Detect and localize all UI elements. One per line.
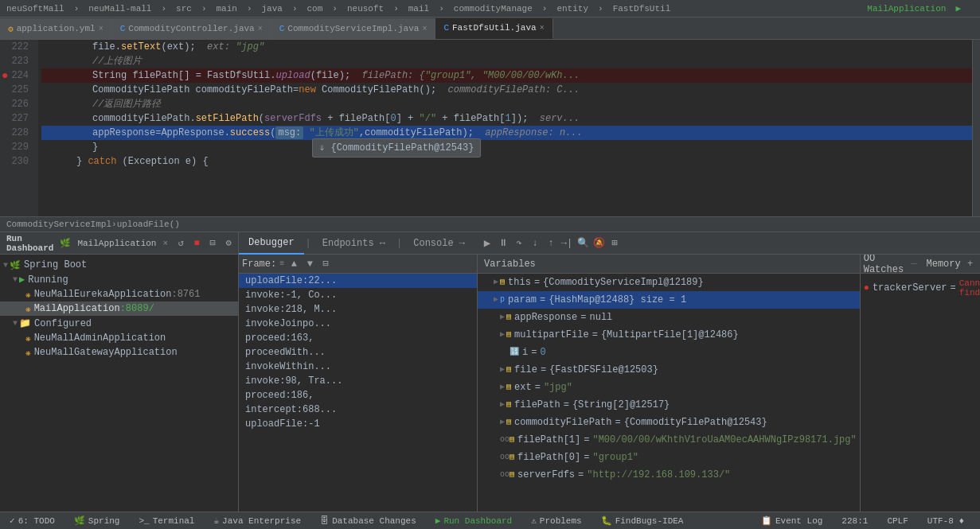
icon-this: ▤ [500,275,505,290]
spring-boot-icon: 🌿 [60,238,71,248]
var-commodityFilePath[interactable]: ▶ ▤ commodityFilePath = {CommodityFilePa… [478,414,860,431]
var-i[interactable]: 🔢 i = 0 [478,344,860,361]
status-spring[interactable]: 🌿 Spring [71,515,123,526]
watch-row-tracker[interactable]: ● trackerServer = Cannot find... View [864,277,980,299]
restore-icon[interactable]: ⊞ [608,237,621,250]
frame-down-btn[interactable]: ▼ [303,258,316,270]
todo-icon: ✓ [10,515,15,526]
icon-filePath: ▤ [506,398,511,412]
var-filepath1[interactable]: oo ▤ filePath[1] = "M00/00/00/wKhthV1roU… [478,431,860,449]
frame-filter-btn[interactable]: ⊟ [319,258,332,270]
mute-icon[interactable]: 🔕 [592,237,605,250]
run-config-label: MailApplication [867,4,946,14]
tab-label-cc: CommodityController.java [128,24,254,33]
step-out-icon[interactable]: ↑ [545,237,557,250]
settings-btn[interactable]: ⚙ [222,237,235,250]
frame-settings-icon[interactable]: ≡ [279,259,284,268]
var-multipartFile[interactable]: ▶ ▤ multipartFile = {MultipartFile[1]@12… [478,326,860,344]
stop-btn[interactable]: ■ [190,237,203,250]
close-icon[interactable]: × [162,239,168,248]
tab-commodity-service-impl[interactable]: C CommodityServiceImpl.java × [271,18,436,39]
tree-running[interactable]: ▼ ▶ Running [0,272,238,287]
line-num-227: 227 [0,111,32,126]
frame-row-1[interactable]: invoke:-1, Co... [239,288,477,302]
filter-btn[interactable]: ⊟ [206,237,219,250]
evaluate-icon[interactable]: 🔍 [576,237,589,250]
frame-row-10[interactable]: uploadFile:-1 [239,417,477,431]
frame-row-3[interactable]: invokeJoinpo... [239,317,477,331]
run-to-cursor-icon[interactable]: →| [560,237,573,250]
frame-row-7[interactable]: invoke:98, Tra... [239,374,477,388]
arrow-commodityFilePath: ▶ [500,415,505,430]
step-over-icon[interactable]: ↷ [513,237,525,250]
var-name-commodityFilePath: commodityFilePath [514,415,611,430]
status-charset: UTF-8 ♦ [924,516,967,526]
code-scrollbar[interactable] [972,40,980,216]
status-terminal[interactable]: >_ Terminal [135,516,197,526]
tab-commodity-controller[interactable]: C CommodityController.java × [112,18,271,39]
var-this[interactable]: ▶ ▤ this = {CommodityServiceImpl@12189} [478,274,860,291]
tab-console[interactable]: Console → [404,232,474,255]
bc-sep9: › [542,4,548,14]
var-name-param: param [508,293,537,307]
arrow-this: ▶ [494,275,498,290]
status-todo[interactable]: ✓ 6: TODO [6,515,58,526]
run-btn[interactable]: ▶ [955,3,961,14]
status-problems[interactable]: ⚠ Problems [528,515,584,526]
frame-row-4[interactable]: proceed:163, [239,331,477,345]
var-ext[interactable]: ▶ ▤ ext = "jpg" [478,379,860,396]
var-param[interactable]: ▶ p param = {HashMap@12488} size = 1 [478,291,860,309]
frame-up-btn[interactable]: ▲ [287,258,300,270]
running-icon: ▶ [19,274,25,286]
bc-java: java [262,4,283,14]
tree-gateway-app[interactable]: ❋ NeuMallGatewayApplication [0,345,238,360]
rerun-btn[interactable]: ↺ [174,237,187,250]
var-name-file: file [514,363,537,377]
var-serverFdfs[interactable]: oo ▤ serverFdfs = "http://192.168.109.13… [478,466,860,484]
tree-eureka-app[interactable]: ❋ NeuMallEurekaApplication :8761 [0,287,238,301]
status-event-log[interactable]: 📋 Event Log [758,515,826,526]
tree-spring-boot[interactable]: ▼ 🌿 Spring Boot [0,258,238,272]
bc-mail: mail [408,4,429,14]
line-num-224: ●224 [0,68,32,83]
tab-endpoints[interactable]: Endpoints ↔ [313,232,395,255]
line-num-226: 226 [0,97,32,111]
bc-module[interactable]: neuMall-mall [88,4,151,14]
tree-admin-app[interactable]: ❋ NeuMallAdminApplication [0,331,238,345]
frame-row-9[interactable]: intercept:688... [239,403,477,417]
tab-close-application-yml[interactable]: × [99,25,103,33]
tab-close-cc[interactable]: × [258,25,263,33]
frame-row-8[interactable]: proceed:186, [239,388,477,403]
tab-fast-dfs-util[interactable]: C FastDfsUtil.java × [435,18,552,39]
status-java-enterprise[interactable]: ☕ Java Enterprise [210,515,304,526]
status-db-changes[interactable]: 🗄 Database Changes [317,515,420,526]
tab-close-fdu[interactable]: × [540,24,545,33]
watch-error-icon: ● [864,282,869,294]
tab-debugger[interactable]: Debugger [239,232,304,255]
bc-sep5: › [292,4,298,14]
tab-application-yml[interactable]: ⚙ application.yml × [0,18,112,39]
arrow-ext: ▶ [500,380,505,395]
var-filePath[interactable]: ▶ ▤ filePath = {String[2]@12517} [478,396,860,414]
tab-close-csi[interactable]: × [422,25,427,33]
frame-row-5[interactable]: proceedWith... [239,345,477,360]
pause-icon[interactable]: ⏸ [497,237,510,250]
status-run-dashboard[interactable]: ▶ Run Dashboard [432,515,515,526]
frame-row-0[interactable]: uploadFile:22... [239,274,477,288]
tree-configured[interactable]: ▼ 📁 Configured [0,316,238,331]
var-file[interactable]: ▶ ▤ file = {FastDFSFile@12503} [478,361,860,379]
bc-project[interactable]: neuSoftMall [6,4,64,14]
add-watch-btn[interactable]: + [964,258,977,270]
frame-row-6[interactable]: invokeWithin... [239,360,477,374]
var-filepath0[interactable]: oo ▤ filePath[0] = "group1" [478,449,860,466]
tab-icon-csi: C [279,24,285,33]
frame-row-2[interactable]: invoke:218, M... [239,302,477,317]
tree-mail-app[interactable]: ❋ MailApplication :8089/ [0,301,238,316]
step-into-icon[interactable]: ↓ [529,237,541,250]
gateway-app-label: NeuMallGatewayApplication [34,347,178,358]
bc-entity: entity [556,4,588,14]
status-findbugs[interactable]: 🐛 FindBugs-IDEA [598,515,687,526]
resume-icon[interactable]: ▶ [481,237,494,250]
tab-label: application.yml [17,24,96,33]
var-appResponse[interactable]: ▶ ▤ appResponse = null [478,309,860,326]
